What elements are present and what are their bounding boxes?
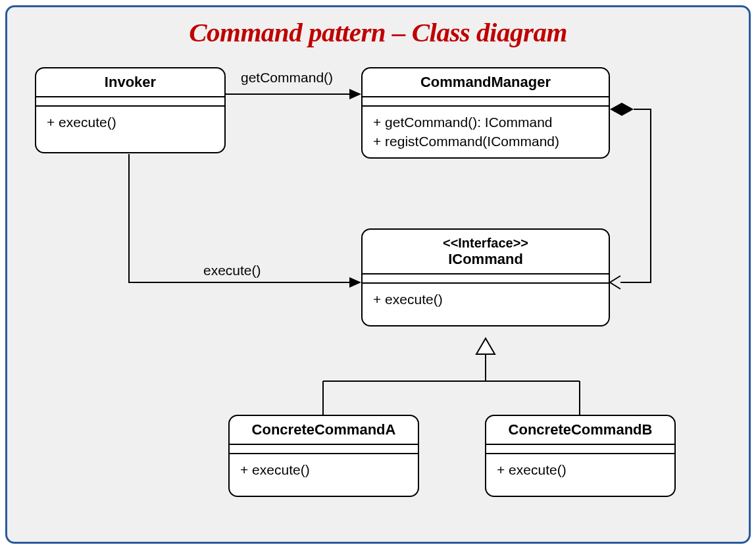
class-invoker: Invoker + execute() xyxy=(35,67,226,153)
interface-icommand: <<Interface>> ICommand + execute() xyxy=(361,228,610,327)
svg-marker-4 xyxy=(476,338,495,354)
class-concrete-a-ops: + execute() xyxy=(230,454,418,495)
class-concrete-a-attrs xyxy=(230,445,418,454)
composition-manager-icommand xyxy=(610,103,651,289)
interface-icommand-header: <<Interface>> ICommand xyxy=(363,230,609,274)
arrow-invoker-to-manager xyxy=(226,89,361,99)
class-command-manager-op-0: + getCommand(): ICommand xyxy=(373,113,598,132)
label-execute: execute() xyxy=(203,263,261,278)
class-command-manager-ops: + getCommand(): ICommand + registCommand… xyxy=(363,107,609,157)
class-invoker-name: Invoker xyxy=(36,68,224,97)
class-invoker-ops: + execute() xyxy=(36,107,224,151)
class-command-manager-attrs xyxy=(363,97,609,107)
class-command-manager: CommandManager + getCommand(): ICommand … xyxy=(361,67,610,159)
class-concrete-a-op-0: + execute() xyxy=(240,461,407,479)
diagram-frame: Command pattern – Class diagram Invoker … xyxy=(5,5,751,544)
interface-icommand-op-0: + execute() xyxy=(373,290,598,309)
interface-icommand-ops: + execute() xyxy=(363,284,609,325)
class-concrete-b-ops: + execute() xyxy=(486,454,674,495)
label-getcommand: getCommand() xyxy=(241,70,333,86)
generalization-icommand xyxy=(323,338,580,415)
class-concrete-b-name: ConcreteCommandB xyxy=(486,416,674,445)
class-invoker-attrs xyxy=(36,97,224,107)
class-invoker-op-0: + execute() xyxy=(47,113,214,132)
class-concrete-b: ConcreteCommandB + execute() xyxy=(485,415,676,497)
class-concrete-b-attrs xyxy=(486,445,674,454)
class-concrete-b-op-0: + execute() xyxy=(497,461,664,479)
class-concrete-a-name: ConcreteCommandA xyxy=(230,416,418,445)
interface-icommand-name: ICommand xyxy=(448,251,523,267)
class-command-manager-op-1: + registCommand(ICommand) xyxy=(373,132,598,151)
diagram-title: Command pattern – Class diagram xyxy=(7,7,749,48)
svg-marker-2 xyxy=(349,277,361,288)
interface-icommand-attrs xyxy=(363,274,609,284)
interface-icommand-stereotype: <<Interface>> xyxy=(365,235,606,251)
svg-marker-1 xyxy=(349,89,361,99)
class-command-manager-name: CommandManager xyxy=(363,68,609,97)
class-concrete-a: ConcreteCommandA + execute() xyxy=(228,415,419,497)
svg-marker-3 xyxy=(610,103,634,116)
